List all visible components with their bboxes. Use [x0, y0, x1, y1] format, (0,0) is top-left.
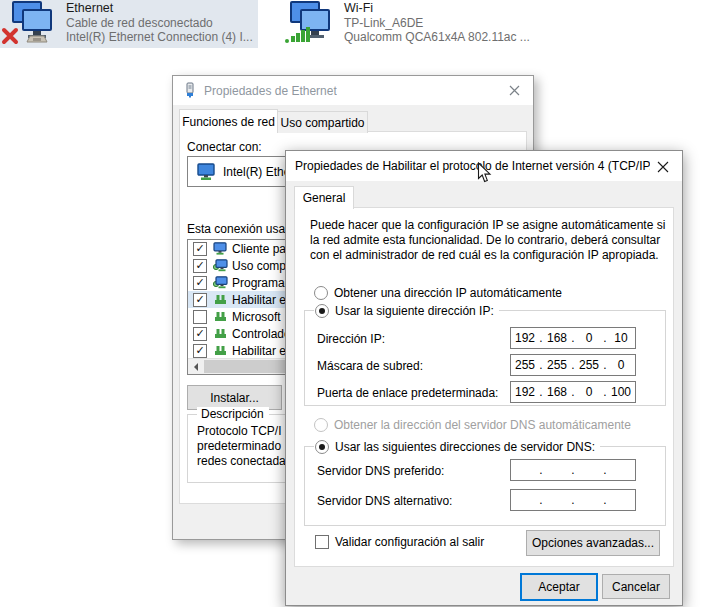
description-line: redes conectada	[197, 454, 286, 468]
ipv4-dialog-title: Propiedades de Habilitar el protocolo de…	[295, 159, 650, 173]
adapter-name: Intel(R) Ethe	[223, 165, 290, 179]
validate-checkbox-row[interactable]: Validar configuración al salir	[315, 535, 484, 549]
protocol-icon	[212, 294, 228, 305]
use-ip-groupbox: Usar la siguiente dirección IP: Direcció…	[304, 310, 666, 406]
description-line: Protocolo TCP/I	[197, 424, 281, 438]
ethernet-device: Intel(R) Ethernet Connection (4) I...	[66, 30, 253, 45]
install-button-label: Instalar...	[210, 391, 259, 405]
checkbox-checked-icon[interactable]	[193, 344, 207, 358]
checkbox-checked-icon[interactable]	[193, 259, 207, 273]
checkbox-unchecked-icon[interactable]	[315, 535, 329, 549]
radio-selected-icon[interactable]	[315, 304, 329, 318]
advanced-options-label: Opciones avanzadas...	[532, 536, 654, 550]
intro-text: Puede hacer que la configuración IP se a…	[310, 218, 666, 263]
default-gateway-field[interactable]: 192. 168. 0. 100	[510, 381, 636, 403]
list-item-label: Uso comp	[232, 259, 286, 273]
list-item-label: Cliente pa	[232, 242, 286, 256]
tab-general[interactable]: General	[294, 186, 354, 209]
client-icon	[212, 242, 228, 255]
tab-funciones-de-red[interactable]: Funciones de red	[179, 109, 278, 133]
ethernet-dialog-title: Propiedades de Ethernet	[204, 84, 337, 98]
ip-address-label: Dirección IP:	[317, 332, 385, 346]
scroll-left-icon[interactable]	[188, 359, 203, 374]
validate-checkbox-label: Validar configuración al salir	[335, 535, 484, 549]
cancel-button-label: Cancelar	[612, 580, 660, 594]
list-item-label: Habilitar el	[232, 344, 289, 358]
ethernet-status: Cable de red desconectado	[66, 16, 253, 31]
radio-icon[interactable]	[314, 286, 328, 300]
radio-obtain-dns-auto: Obtener la dirección del servidor DNS au…	[314, 418, 631, 432]
protocol-icon	[212, 311, 228, 322]
service-icon	[212, 259, 228, 272]
service-icon	[212, 276, 228, 289]
radio-disabled-icon	[314, 418, 328, 432]
alternate-dns-label: Servidor DNS alternativo:	[317, 494, 452, 508]
wifi-status: TP-Link_A6DE	[344, 16, 530, 31]
connection-uses-label: Esta conexión usa l	[187, 222, 291, 236]
close-icon[interactable]	[646, 155, 680, 178]
ethernet-dialog-titlebar: Propiedades de Ethernet	[173, 76, 533, 105]
connect-with-label: Conectar con:	[187, 140, 262, 154]
alternate-dns-field[interactable]: . . .	[510, 489, 636, 511]
tab-uso-compartido[interactable]: Uso compartido	[277, 111, 368, 133]
wifi-name: Wi-Fi	[344, 1, 530, 16]
radio-selected-icon[interactable]	[315, 440, 329, 454]
list-item-label: Controlado	[232, 327, 291, 341]
ethernet-name: Ethernet	[66, 1, 253, 16]
tab-general-label: General	[303, 191, 346, 205]
checkbox-checked-icon[interactable]	[193, 242, 207, 256]
checkbox-checked-icon[interactable]	[193, 327, 207, 341]
radio-use-ip-label: Usar la siguiente dirección IP:	[335, 304, 494, 318]
radio-obtain-dns-label: Obtener la dirección del servidor DNS au…	[334, 418, 631, 432]
list-item-label: Microsoft	[232, 310, 281, 324]
radio-use-ip[interactable]: Usar la siguiente dirección IP:	[314, 304, 499, 318]
checkbox-checked-icon[interactable]	[193, 293, 207, 307]
advanced-options-button[interactable]: Opciones avanzadas...	[526, 530, 660, 556]
adapter-monitor-icon	[196, 163, 216, 181]
list-item-label: Habilitar el	[232, 293, 289, 307]
list-item-label: Programad	[232, 276, 291, 290]
network-adapter-ethernet[interactable]: Ethernet Cable de red desconectado Intel…	[0, 0, 258, 48]
mouse-cursor-icon	[477, 162, 492, 187]
wifi-device: Qualcomm QCA61x4A 802.11ac ...	[344, 30, 530, 45]
network-adapter-icon	[182, 82, 198, 101]
radio-obtain-ip-label: Obtener una dirección IP automáticamente	[334, 286, 562, 300]
close-icon[interactable]	[497, 79, 531, 102]
checkbox-unchecked-icon[interactable]	[193, 310, 207, 324]
subnet-mask-label: Máscara de subred:	[317, 359, 423, 373]
ipv4-properties-dialog: Propiedades de Habilitar el protocolo de…	[285, 150, 683, 606]
tab-uso-label: Uso compartido	[280, 116, 364, 130]
radio-use-dns-label: Usar las siguientes direcciones de servi…	[335, 440, 595, 454]
radio-use-dns[interactable]: Usar las siguientes direcciones de servi…	[314, 440, 600, 454]
wifi-signal-icon	[278, 0, 344, 46]
ethernet-disconnected-icon	[0, 0, 66, 46]
radio-obtain-ip-auto[interactable]: Obtener una dirección IP automáticamente	[314, 286, 562, 300]
accept-button[interactable]: Aceptar	[520, 573, 598, 601]
cancel-button[interactable]: Cancelar	[602, 574, 670, 599]
network-connections-window: Ethernet Cable de red desconectado Intel…	[0, 0, 703, 607]
protocol-icon	[212, 345, 228, 356]
use-dns-groupbox: Usar las siguientes direcciones de servi…	[304, 446, 666, 526]
preferred-dns-field[interactable]: . . .	[510, 459, 636, 481]
checkbox-checked-icon[interactable]	[193, 276, 207, 290]
protocol-icon	[212, 328, 228, 339]
description-title: Descripción	[197, 407, 269, 421]
ip-address-field[interactable]: 192. 168. 0. 10	[510, 327, 636, 349]
subnet-mask-field[interactable]: 255. 255. 255. 0	[510, 354, 636, 376]
description-line: predeterminado	[197, 439, 281, 453]
tab-funciones-label: Funciones de red	[182, 115, 275, 129]
accept-button-label: Aceptar	[538, 580, 579, 594]
default-gateway-label: Puerta de enlace predeterminada:	[317, 386, 498, 400]
network-adapter-wifi[interactable]: Wi-Fi TP-Link_A6DE Qualcomm QCA61x4A 802…	[278, 0, 568, 48]
preferred-dns-label: Servidor DNS preferido:	[317, 464, 444, 478]
